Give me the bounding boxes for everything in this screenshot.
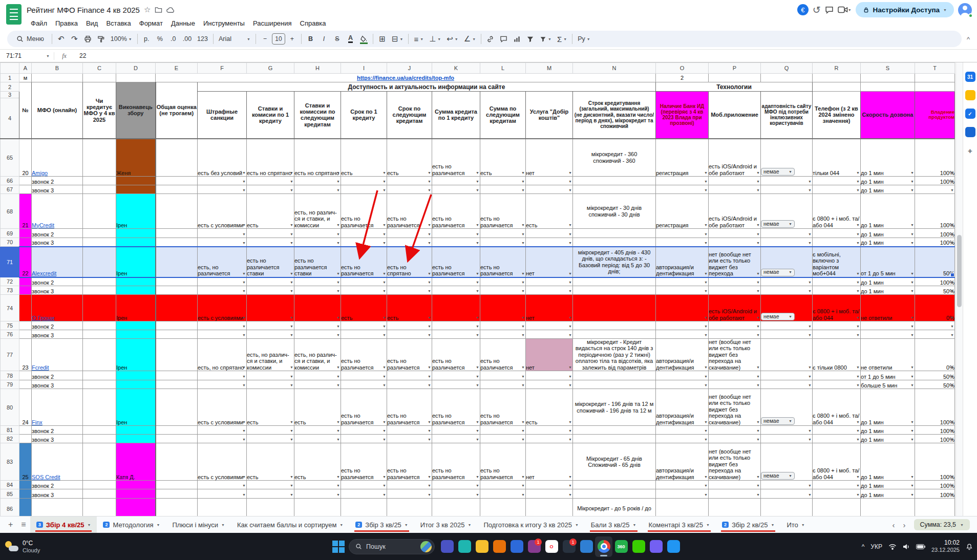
cell-dropdown-icon[interactable]: ▼ [290, 223, 293, 227]
cell-dropdown-icon[interactable]: ▼ [428, 333, 431, 337]
cell-dropdown-icon[interactable]: ▼ [756, 188, 760, 192]
col-header-H[interactable]: H [294, 63, 341, 74]
cell-A69[interactable] [19, 229, 32, 238]
cell-dropdown-icon[interactable]: ▼ [950, 475, 954, 479]
cell-A79[interactable] [19, 380, 32, 389]
cell-D79[interactable] [116, 380, 156, 389]
cell-dropdown-icon[interactable]: ▼ [336, 241, 340, 245]
cell-N74[interactable] [573, 295, 656, 321]
cell-P1[interactable] [709, 74, 761, 82]
sheet-tab-8[interactable]: Коментарі 3 кв/25▼ [643, 516, 716, 533]
star-icon[interactable]: ☆ [144, 5, 151, 14]
cell-S86[interactable] [861, 499, 915, 516]
cell-J84[interactable]: ▼ [387, 481, 432, 489]
cell-dropdown-icon[interactable]: ▼ [910, 272, 914, 276]
row-header-72[interactable]: 72 [1, 277, 19, 286]
cell-H70[interactable]: ▼ [294, 238, 341, 247]
dropdown-chip-Q74[interactable]: немае▼ [761, 313, 795, 320]
cell-S67[interactable]: до 1 мин▼ [861, 185, 915, 194]
cell-dropdown-icon[interactable]: ▼ [242, 333, 246, 337]
cell-R86[interactable] [813, 499, 861, 516]
cell-dropdown-icon[interactable]: ▼ [242, 484, 246, 488]
cell-T71[interactable]: 50%▼ [915, 247, 955, 277]
cell-J85[interactable]: ▼ [387, 489, 432, 499]
cell-G73[interactable]: ▼ [247, 286, 294, 295]
cell-S68[interactable]: до 1 мин▼ [861, 194, 915, 229]
taskbar-icon-edge[interactable] [456, 536, 473, 557]
cell-O86[interactable] [656, 499, 709, 516]
cell-dropdown-icon[interactable]: ▼ [856, 383, 860, 387]
cell-F69[interactable]: ▼ [198, 229, 247, 238]
cell-dropdown-icon[interactable]: ▼ [756, 171, 760, 175]
cell-dropdown-icon[interactable]: ▼ [756, 241, 760, 245]
cell-G80[interactable]: есть▼ [247, 389, 294, 426]
cell-dropdown-icon[interactable]: ▼ [568, 272, 572, 276]
cell-D72[interactable] [116, 277, 156, 286]
cell-dropdown-icon[interactable]: ▼ [910, 281, 914, 285]
cell-H69[interactable]: ▼ [294, 229, 341, 238]
cell-T83[interactable]: 100%▼ [915, 443, 955, 481]
cell-dropdown-icon[interactable]: ▼ [856, 223, 860, 227]
cell-dropdown-icon[interactable]: ▼ [428, 180, 431, 184]
cell-D65[interactable]: Женя [116, 139, 156, 177]
sheet-tab-10[interactable]: Ито▼ [780, 516, 811, 533]
col-header-M[interactable]: M [526, 63, 573, 74]
cell-E68[interactable] [156, 194, 198, 229]
cell-dropdown-icon[interactable]: ▼ [521, 333, 525, 337]
cell-D68[interactable]: Ірен [116, 194, 156, 229]
row-header-82[interactable]: 82 [1, 435, 19, 443]
cell-P79[interactable]: ▼ [709, 380, 761, 389]
cell-K84[interactable]: ▼ [432, 481, 480, 489]
cell-A70[interactable] [19, 238, 32, 247]
cell-L67[interactable]: ▼ [480, 185, 526, 194]
taskbar-icon-browser-360[interactable]: 360 [612, 536, 630, 557]
cell-D80[interactable]: Ірен [116, 389, 156, 426]
cell-S2[interactable] [861, 82, 915, 92]
col-header-K[interactable]: K [432, 63, 480, 74]
cell-dropdown-icon[interactable]: ▼ [290, 438, 293, 442]
cell-dropdown-icon[interactable]: ▼ [950, 484, 954, 488]
cell-E81[interactable] [156, 426, 198, 435]
cell-dropdown-icon[interactable]: ▼ [756, 484, 760, 488]
cell-dropdown-icon[interactable]: ▼ [704, 484, 708, 488]
cell-dropdown-icon[interactable]: ▼ [428, 375, 431, 379]
cell-E82[interactable] [156, 435, 198, 443]
cell-D84[interactable] [116, 481, 156, 489]
cell-dropdown-icon[interactable]: ▼ [856, 281, 860, 285]
taskbar-icon-line[interactable] [630, 536, 647, 557]
cell-dropdown-icon[interactable]: ▼ [568, 289, 572, 293]
euro-extension-icon[interactable]: € [797, 4, 809, 15]
menu-item-8[interactable]: Справка [296, 18, 330, 29]
cell-Q83[interactable]: немае▼ [761, 443, 813, 481]
menu-item-4[interactable]: Формат [135, 18, 167, 29]
cell-D73[interactable] [116, 286, 156, 295]
cell-F70[interactable]: ▼ [198, 238, 247, 247]
cell-J81[interactable]: ▼ [387, 426, 432, 435]
cell-dropdown-icon[interactable]: ▼ [476, 365, 479, 370]
cell-N71[interactable]: мікрокредит - 405 днів - 430 днів, що ск… [573, 247, 656, 277]
cell-J83[interactable]: есть но различается▼ [387, 443, 432, 481]
cell-dropdown-icon[interactable]: ▼ [704, 375, 708, 379]
cell-D70[interactable] [116, 238, 156, 247]
cell-L71[interactable]: есть но различается▼ [480, 247, 526, 277]
cell-dropdown-icon[interactable]: ▼ [704, 180, 708, 184]
cell-S80[interactable]: до 1 мин▼ [861, 389, 915, 426]
italic-button[interactable]: I [317, 32, 330, 46]
cell-dropdown-icon[interactable]: ▼ [808, 438, 812, 442]
cell-M65[interactable]: нет▼ [526, 139, 573, 177]
cell-L68[interactable]: есть но различается▼ [480, 194, 526, 229]
cell-dropdown-icon[interactable]: ▼ [290, 325, 293, 329]
text-color-button[interactable]: A [344, 32, 357, 46]
cell-K71[interactable]: есть но различается▼ [432, 247, 480, 277]
cell-C83[interactable] [83, 443, 116, 481]
cell-P78[interactable]: ▼ [709, 371, 761, 380]
cell-C79[interactable] [83, 380, 116, 389]
cell-H83[interactable]: есть▼ [294, 443, 341, 481]
cell-L69[interactable]: ▼ [480, 229, 526, 238]
cell-G65[interactable]: есть но спрятано▼ [247, 139, 294, 177]
cell-M82[interactable]: ▼ [526, 435, 573, 443]
cell-dropdown-icon[interactable]: ▼ [568, 232, 572, 236]
cell-B80[interactable]: Finx [32, 389, 83, 426]
menu-item-7[interactable]: Расширения [249, 18, 296, 29]
cell-I76[interactable]: ▼ [341, 330, 387, 339]
